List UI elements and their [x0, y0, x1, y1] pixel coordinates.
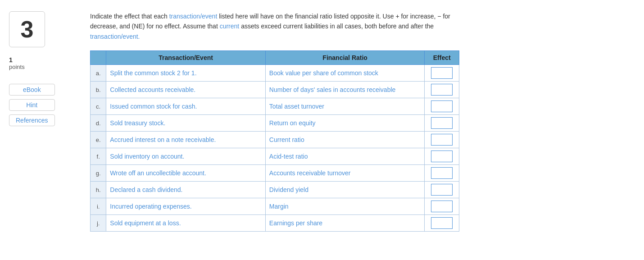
effect-cell — [425, 198, 459, 215]
row-label: c. — [91, 98, 106, 115]
effect-cell — [425, 215, 459, 232]
transaction-cell: Sold treasury stock. — [106, 115, 266, 132]
ratio-cell: Earnings per share — [265, 215, 425, 232]
table-row: e.Accrued interest on a note receivable.… — [91, 132, 459, 148]
effect-cell — [425, 65, 459, 82]
left-panel: 3 1 points eBook Hint References — [9, 9, 77, 232]
row-label: e. — [91, 132, 106, 148]
ratio-cell: Accounts receivable turnover — [265, 165, 425, 182]
col-header-ratio: Financial Ratio — [265, 51, 425, 65]
row-label: g. — [91, 165, 106, 182]
table-row: i.Incurred operating expenses.Margin — [91, 198, 459, 215]
table-row: c.Issued common stock for cash.Total ass… — [91, 98, 459, 115]
row-label: i. — [91, 198, 106, 215]
effect-input[interactable] — [431, 184, 453, 196]
question-number: 3 — [21, 16, 34, 43]
question-number-box: 3 — [9, 11, 45, 47]
col-header-effect: Effect — [425, 51, 459, 65]
effect-input[interactable] — [431, 134, 453, 146]
highlight-current: current — [220, 23, 240, 30]
transaction-cell: Issued common stock for cash. — [106, 98, 266, 115]
table-row: h.Declared a cash dividend.Dividend yiel… — [91, 182, 459, 198]
page-container: 3 1 points eBook Hint References Indicat… — [9, 9, 635, 232]
effect-input[interactable] — [431, 167, 453, 179]
transaction-cell: Wrote off an uncollectible account. — [106, 165, 266, 182]
effect-input[interactable] — [431, 217, 453, 229]
highlight-transaction: transaction/event — [169, 13, 218, 20]
transaction-cell: Accrued interest on a note receivable. — [106, 132, 266, 148]
transaction-cell: Split the common stock 2 for 1. — [106, 65, 266, 82]
effect-input[interactable] — [431, 151, 453, 162]
col-header-transaction: Transaction/Event — [106, 51, 266, 65]
effect-cell — [425, 148, 459, 165]
hint-link[interactable]: Hint — [9, 99, 55, 111]
main-content: Indicate the effect that each transactio… — [90, 9, 635, 232]
effect-cell — [425, 82, 459, 98]
effect-input[interactable] — [431, 67, 453, 79]
col-header-label — [91, 51, 106, 65]
ratio-cell: Book value per share of common stock — [265, 65, 425, 82]
row-label: b. — [91, 82, 106, 98]
ratio-cell: Acid-test ratio — [265, 148, 425, 165]
table-row: a.Split the common stock 2 for 1.Book va… — [91, 65, 459, 82]
highlight-event: transaction/event. — [90, 33, 140, 40]
transaction-cell: Sold inventory on account. — [106, 148, 266, 165]
ratio-cell: Total asset turnover — [265, 98, 425, 115]
transaction-cell: Sold equipment at a loss. — [106, 215, 266, 232]
effect-input[interactable] — [431, 117, 453, 129]
row-label: h. — [91, 182, 106, 198]
references-link[interactable]: References — [9, 114, 55, 126]
row-label: a. — [91, 65, 106, 82]
table-row: g.Wrote off an uncollectible account.Acc… — [91, 165, 459, 182]
instruction-text: Indicate the effect that each transactio… — [90, 11, 459, 41]
transaction-cell: Declared a cash dividend. — [106, 182, 266, 198]
points-label: points — [9, 64, 25, 70]
row-label: j. — [91, 215, 106, 232]
ratio-cell: Number of days' sales in accounts receiv… — [265, 82, 425, 98]
effect-input[interactable] — [431, 84, 453, 96]
points-section: 1 points — [9, 56, 25, 70]
transaction-cell: Collected accounts receivable. — [106, 82, 266, 98]
points-value: 1 — [9, 56, 25, 64]
table-wrapper: Transaction/Event Financial Ratio Effect… — [90, 50, 459, 232]
main-table: Transaction/Event Financial Ratio Effect… — [90, 50, 459, 232]
ebook-link[interactable]: eBook — [9, 84, 55, 96]
effect-input[interactable] — [431, 201, 453, 212]
table-row: f.Sold inventory on account.Acid-test ra… — [91, 148, 459, 165]
transaction-cell: Incurred operating expenses. — [106, 198, 266, 215]
row-label: f. — [91, 148, 106, 165]
ratio-cell: Dividend yield — [265, 182, 425, 198]
effect-cell — [425, 98, 459, 115]
effect-input[interactable] — [431, 100, 453, 112]
sidebar-links: eBook Hint References — [9, 84, 55, 126]
effect-cell — [425, 132, 459, 148]
row-label: d. — [91, 115, 106, 132]
ratio-cell: Current ratio — [265, 132, 425, 148]
table-row: d.Sold treasury stock.Return on equity — [91, 115, 459, 132]
table-row: j.Sold equipment at a loss.Earnings per … — [91, 215, 459, 232]
effect-cell — [425, 115, 459, 132]
effect-cell — [425, 165, 459, 182]
ratio-cell: Margin — [265, 198, 425, 215]
effect-cell — [425, 182, 459, 198]
ratio-cell: Return on equity — [265, 115, 425, 132]
table-row: b.Collected accounts receivable.Number o… — [91, 82, 459, 98]
